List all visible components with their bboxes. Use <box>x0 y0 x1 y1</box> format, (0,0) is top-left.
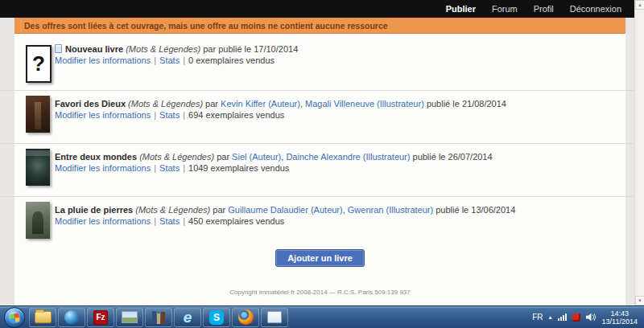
published-date: publié le 21/08/2014 <box>427 99 506 109</box>
internet-explorer-taskbar-button[interactable]: e <box>174 308 201 327</box>
book-links-line: Modifier les informations|Stats|450 exem… <box>55 215 625 227</box>
image-icon <box>122 311 138 323</box>
globe-app-taskbar-button[interactable] <box>58 308 85 327</box>
stats-link[interactable]: Stats <box>159 163 180 173</box>
windows-taskbar: Fz e S FR ▴ 14:43 13/11/2014 <box>0 305 644 328</box>
firefox-taskbar-button[interactable] <box>232 308 259 327</box>
clock-time: 14:43 <box>602 310 638 318</box>
edit-info-link[interactable]: Modifier les informations <box>55 216 151 226</box>
row-divider <box>0 143 634 144</box>
stats-link[interactable]: Stats <box>159 216 180 226</box>
book-title: Favori des Dieux <box>55 99 126 109</box>
par-label: par <box>203 44 216 54</box>
menu-deconnexion[interactable]: Déconnexion <box>562 0 630 18</box>
sales-count: 450 exemplaires vendus <box>188 216 284 226</box>
top-menu-bar: Publier Forum Profil Déconnexion <box>0 0 634 18</box>
clock[interactable]: 14:43 13/11/2014 <box>602 310 639 326</box>
library-app-taskbar-button[interactable] <box>145 308 172 327</box>
explorer-taskbar-button[interactable] <box>29 308 56 327</box>
book-title-line: Favori des Dieux (Mots & Légendes) par K… <box>55 98 625 109</box>
volume-icon[interactable] <box>586 313 597 322</box>
edit-info-link[interactable]: Modifier les informations <box>55 163 151 173</box>
par-label: par <box>205 99 218 109</box>
book-title: La pluie de pierres <box>55 205 133 215</box>
separator: | <box>154 55 156 65</box>
edit-info-link[interactable]: Modifier les informations <box>55 110 151 120</box>
scroll-down-arrow-icon[interactable]: ▼ <box>635 296 644 305</box>
book-links-line: Modifier les informations|Stats|0 exempl… <box>55 55 625 66</box>
author-link[interactable]: Kevin Kiffer (Auteur) <box>221 99 300 109</box>
copyright-footer: Copyright immatériel·fr 2008-2014 — R.C.… <box>14 289 625 296</box>
folder-icon <box>35 311 52 323</box>
book-row: Favori des Dieux (Mots & Légendes) par K… <box>14 93 625 143</box>
window-icon <box>267 311 282 323</box>
filezilla-icon: Fz <box>93 310 108 325</box>
globe-icon <box>64 310 79 325</box>
firefox-icon <box>238 310 254 325</box>
filezilla-taskbar-button[interactable]: Fz <box>87 308 114 327</box>
book-row: La pluie de pierres (Mots & Légendes) pa… <box>14 199 625 246</box>
par-label: par <box>217 152 229 162</box>
book-title-line: Nouveau livre (Mots & Légendes) par publ… <box>55 43 625 55</box>
book-series: (Mots & Légendes) <box>128 99 203 109</box>
par-label: par <box>213 205 225 215</box>
row-divider <box>0 196 634 197</box>
skype-icon: S <box>209 310 224 325</box>
book-links-line: Modifier les informations|Stats|1049 exe… <box>55 162 625 174</box>
start-button[interactable] <box>4 307 25 328</box>
published-date: publié le 17/10/2014 <box>218 44 298 54</box>
illustrator-link[interactable]: Dainche Alexandre (Illustrateur) <box>286 152 410 162</box>
sales-count: 1049 exemplaires vendus <box>188 163 289 173</box>
tray-app-icon[interactable] <box>572 314 580 322</box>
author-link[interactable]: Guillaume Dalaudier (Auteur) <box>228 205 342 215</box>
illustrator-link[interactable]: Magali Villeneuve (Illustrateur) <box>305 99 424 109</box>
scroll-up-arrow-icon[interactable]: ▲ <box>635 0 644 10</box>
separator: | <box>183 110 185 120</box>
network-icon[interactable] <box>558 314 567 321</box>
book-row: Entre deux mondes (Mots & Légendes) par … <box>14 146 625 196</box>
edit-info-link[interactable]: Modifier les informations <box>55 55 151 65</box>
book-row: ? Nouveau livre (Mots & Légendes) par pu… <box>14 39 625 90</box>
add-book-button[interactable]: Ajouter un livre <box>275 249 365 267</box>
stats-link[interactable]: Stats <box>159 55 180 65</box>
show-hidden-icons-icon[interactable]: ▴ <box>549 314 552 321</box>
book-series: (Mots & Légendes) <box>139 152 214 162</box>
system-tray: FR ▴ 14:43 13/11/2014 <box>532 310 644 326</box>
book-cover-placeholder[interactable]: ? <box>26 45 52 83</box>
author-link[interactable]: Siel (Auteur) <box>232 152 281 162</box>
book-page-icon <box>55 44 62 53</box>
separator: | <box>154 216 156 226</box>
book-title: Nouveau livre <box>65 44 123 54</box>
menu-forum[interactable]: Forum <box>484 0 526 18</box>
language-indicator[interactable]: FR <box>532 313 543 322</box>
window-app-taskbar-button[interactable] <box>261 308 288 327</box>
page-scrollbar[interactable]: ▲ ▼ <box>634 0 644 305</box>
menu-publier[interactable]: Publier <box>438 0 484 18</box>
book-series: (Mots & Légendes) <box>135 205 210 215</box>
book-cover-thumbnail[interactable] <box>26 202 50 239</box>
sales-count: 0 exemplaires vendus <box>188 55 275 65</box>
separator: | <box>183 163 185 173</box>
warning-banner: Des offres sont liées à cet ouvrage, mai… <box>14 18 625 34</box>
internet-explorer-icon: e <box>184 310 192 325</box>
book-title-line: Entre deux mondes (Mots & Légendes) par … <box>55 151 625 162</box>
published-date: publié le 26/07/2014 <box>413 152 493 162</box>
book-cover-thumbnail[interactable] <box>26 149 50 186</box>
books-icon <box>152 311 165 324</box>
button-area: Ajouter un livre <box>14 249 625 267</box>
separator: | <box>183 55 185 65</box>
separator: | <box>154 110 156 120</box>
book-title-line: La pluie de pierres (Mots & Légendes) pa… <box>55 204 625 215</box>
book-cover-thumbnail[interactable] <box>26 96 50 133</box>
book-title: Entre deux mondes <box>55 152 137 162</box>
book-links-line: Modifier les informations|Stats|694 exem… <box>55 109 625 121</box>
menu-profil[interactable]: Profil <box>526 0 562 18</box>
published-date: publié le 13/06/2014 <box>436 205 515 215</box>
row-divider <box>0 90 634 91</box>
image-app-taskbar-button[interactable] <box>116 308 143 327</box>
screen: Publier Forum Profil Déconnexion Des off… <box>0 0 644 328</box>
illustrator-link[interactable]: Gwenran (Illustrateur) <box>348 205 433 215</box>
skype-taskbar-button[interactable]: S <box>203 308 230 327</box>
separator: | <box>154 163 156 173</box>
stats-link[interactable]: Stats <box>159 110 180 120</box>
